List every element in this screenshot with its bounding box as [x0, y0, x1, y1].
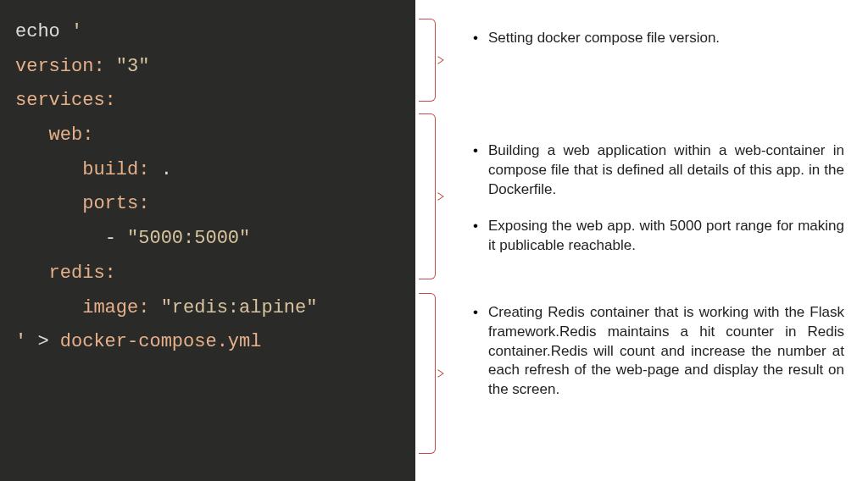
code-line-build: build: .: [15, 153, 405, 188]
version-val: "3": [105, 56, 150, 77]
redis-key: redis:: [49, 263, 116, 284]
ports-dash: -: [105, 228, 127, 249]
image-val: "redis:alpine": [149, 297, 317, 318]
note-bullet: Setting docker compose file version.: [468, 29, 844, 48]
notes-pane: Setting docker compose file version. Bui…: [453, 0, 868, 481]
code-line-redis: redis:: [15, 257, 405, 291]
close-quote: ': [15, 331, 37, 352]
brace-redis: [419, 293, 436, 454]
code-line-web: web:: [15, 119, 405, 153]
brace-web: [419, 113, 436, 279]
brace-tip-icon: [432, 369, 443, 377]
build-key: build:: [82, 159, 149, 180]
note-group-version: Setting docker compose file version.: [468, 29, 844, 48]
code-pane: echo ' version: "3" services: web: build…: [0, 0, 415, 481]
ports-key: ports:: [82, 193, 149, 214]
ports-val: "5000:5000": [127, 228, 250, 249]
brace-tip-icon: [432, 56, 443, 64]
code-line-port-item: - "5000:5000": [15, 222, 405, 257]
brace-version: [419, 19, 436, 102]
code-line-echo: echo ': [15, 15, 405, 50]
web-key: web:: [49, 124, 94, 146]
version-key: version:: [15, 56, 105, 77]
build-val: .: [149, 159, 171, 180]
code-line-version: version: "3": [15, 50, 405, 85]
note-group-web: Building a web application within a web-…: [468, 141, 844, 256]
echo-cmd: echo: [15, 21, 71, 42]
braces-column: [415, 0, 453, 481]
code-line-output: ' > docker-compose.yml: [15, 325, 405, 360]
image-key: image:: [82, 297, 149, 318]
open-quote: ': [71, 21, 82, 42]
output-file: docker-compose.yml: [60, 331, 262, 352]
note-bullet: Exposing the web app. with 5000 port ran…: [468, 217, 844, 256]
note-bullet: Building a web application within a web-…: [468, 141, 844, 200]
code-line-ports: ports:: [15, 187, 405, 222]
redirect: >: [37, 331, 59, 352]
code-line-image: image: "redis:alpine": [15, 291, 405, 326]
note-bullet: Creating Redis container that is working…: [468, 303, 844, 401]
note-group-redis: Creating Redis container that is working…: [468, 303, 844, 401]
brace-tip-icon: [432, 192, 443, 200]
services-key: services:: [15, 90, 116, 111]
code-line-services: services:: [15, 84, 405, 119]
